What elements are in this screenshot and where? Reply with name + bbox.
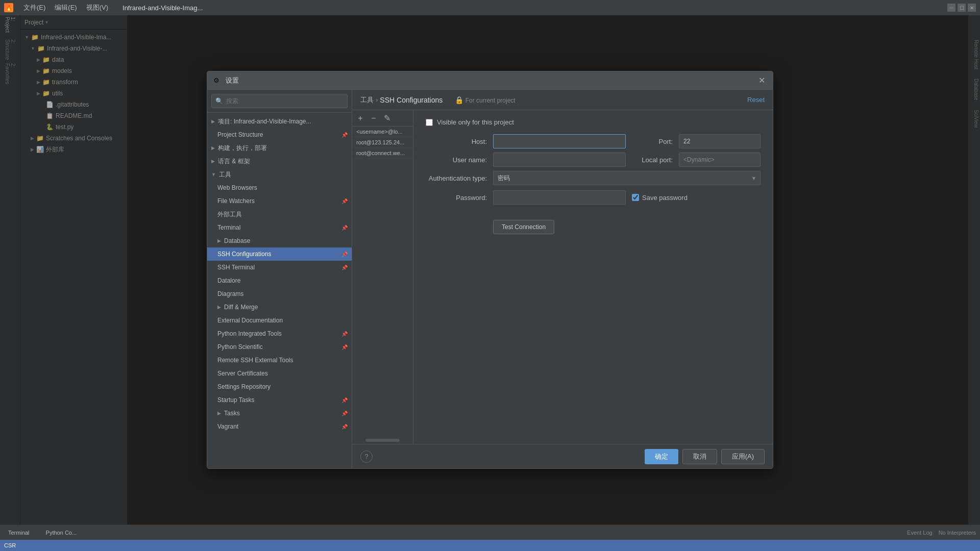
save-password-row: Save password [632,194,688,202]
save-password-label: Save password [642,194,688,202]
breadcrumb: 工具 › SSH Configurations [360,95,443,105]
close-button[interactable]: ✕ [968,4,976,12]
apply-button[interactable]: 应用(A) [721,449,765,464]
dialog-close-button[interactable]: ✕ [756,76,767,86]
stree-item-server-certs[interactable]: Server Certificates [207,367,352,380]
remove-ssh-button[interactable]: − [368,112,380,124]
settings-content: + − ✎ <username>@lo... root@123.125.24..… [352,110,773,444]
save-password-checkbox[interactable] [632,194,639,201]
stree-item-ssh-configurations[interactable]: SSH Configurations 📌 [207,247,352,261]
pin-icon: 📌 [341,397,348,403]
password-input[interactable] [493,190,626,205]
stree-item-tasks[interactable]: ▶ Tasks 📌 [207,407,352,420]
menu-bar: 文件(E) 编辑(E) 视图(V) [19,2,112,13]
visible-only-checkbox[interactable] [426,119,433,126]
stree-item-python-integrated-tools[interactable]: Python Integrated Tools 📌 [207,327,352,340]
stree-arrow: ▶ [217,411,221,416]
status-text: CSR [4,542,16,548]
port-input[interactable] [679,134,761,148]
local-port-display: <Dynamic> [679,153,761,167]
stree-label: Datalore [217,277,240,284]
dialog-overlay: ⚙ 设置 ✕ 🔍 [0,15,980,524]
stree-item-settings-repo[interactable]: Settings Repository [207,380,352,393]
stree-item-vagrant[interactable]: Vagrant 📌 [207,420,352,433]
stree-item-web-browsers[interactable]: Web Browsers [207,181,352,194]
stree-item-datalore[interactable]: Datalore [207,274,352,287]
pin-icon: 📌 [341,252,348,257]
settings-search-area: 🔍 [207,90,352,113]
stree-item-project[interactable]: ▶ 项目: Infrared-and-Visible-Image... [207,115,352,128]
stree-item-diagrams[interactable]: Diagrams [207,287,352,300]
stree-arrow: ▶ [211,145,215,151]
stree-label: 项目: Infrared-and-Visible-Image... [218,117,311,126]
settings-left-panel: 🔍 ▶ 项目: Infrared-and-Visible-Image... [207,90,352,468]
stree-label: 工具 [219,170,231,179]
stree-label: 语言 & 框架 [218,157,250,166]
stree-label: SSH Terminal [217,264,255,271]
stree-item-lang[interactable]: ▶ 语言 & 框架 [207,155,352,168]
minimize-button[interactable]: ─ [947,4,955,12]
dialog-body: 🔍 ▶ 项目: Infrared-and-Visible-Image... [207,90,773,468]
stree-item-python-scientific[interactable]: Python Scientific 📌 [207,340,352,354]
stree-item-build[interactable]: ▶ 构建，执行，部署 [207,141,352,155]
menu-view[interactable]: 视图(V) [82,2,112,13]
host-input[interactable] [493,134,626,148]
dialog-titlebar: ⚙ 设置 ✕ [207,71,773,90]
ide-window: 🔥 文件(E) 编辑(E) 视图(V) Infrared-and-Visible… [0,0,980,551]
ssh-entry-2[interactable]: root@123.125.24... [352,137,413,148]
window-controls: ─ ☐ ✕ [947,4,976,12]
settings-search-input[interactable] [211,94,348,108]
pin-icon: 📌 [341,225,348,231]
test-connection-area: Test Connection [493,212,761,234]
menu-file[interactable]: 文件(E) [19,2,50,13]
stree-item-database[interactable]: ▶ Database [207,234,352,247]
cancel-button[interactable]: 取消 [682,449,717,464]
breadcrumb-current: SSH Configurations [380,96,443,104]
reset-button[interactable]: Reset [747,96,765,104]
ssh-entry-1[interactable]: <username>@lo... [352,127,413,137]
menu-edit[interactable]: 编辑(E) [51,2,81,13]
stree-item-ssh-terminal[interactable]: SSH Terminal 📌 [207,261,352,274]
terminal-tab[interactable]: Terminal [4,525,34,540]
pin-icon: 📌 [341,344,348,350]
help-button[interactable]: ? [360,450,373,463]
python-console-tab[interactable]: Python Co... [42,525,81,540]
port-label: Port: [632,138,673,145]
stree-label: Diff & Merge [224,304,258,311]
stree-label: Startup Tasks [217,396,254,404]
maximize-button[interactable]: ☐ [958,4,966,12]
dialog-title-text: 设置 [226,76,239,85]
stree-item-remote-ssh[interactable]: Remote SSH External Tools [207,354,352,367]
stree-label: Remote SSH External Tools [217,357,293,364]
stree-label: Python Scientific [217,343,263,350]
pin-icon: 📌 [341,331,348,337]
stree-item-file-watchers[interactable]: File Watchers 📌 [207,194,352,208]
ssh-form: Visible only for this project Host: [413,110,773,444]
stree-label: 构建，执行，部署 [218,144,267,153]
pin-icon: 📌 [341,265,348,270]
stree-item-startup-tasks[interactable]: Startup Tasks 📌 [207,393,352,407]
stree-label: Terminal [217,224,240,231]
dialog-footer: ? 确定 取消 应用(A) [352,444,773,468]
stree-item-external-docs[interactable]: External Documentation [207,314,352,327]
no-interpreters[interactable]: No Interpreters [939,530,976,536]
edit-ssh-button[interactable]: ✎ [381,112,393,124]
bottom-right: Event Log No Interpreters [907,530,976,536]
test-connection-button[interactable]: Test Connection [493,220,554,234]
settings-dialog: ⚙ 设置 ✕ 🔍 [207,71,773,469]
stree-item-diff-merge[interactable]: ▶ Diff & Merge [207,300,352,314]
username-input[interactable] [493,153,626,167]
ssh-entry-3[interactable]: root@connect.we... [352,148,413,159]
stree-item-project-structure[interactable]: Project Structure 📌 [207,128,352,141]
event-log[interactable]: Event Log [907,530,933,536]
stree-item-tools[interactable]: ▼ 工具 [207,168,352,181]
local-port-label: Local port: [632,156,673,164]
stree-item-terminal[interactable]: Terminal 📌 [207,221,352,234]
confirm-button[interactable]: 确定 [645,449,678,464]
auth-type-label: Authentication type: [426,174,487,182]
stree-item-external-tools[interactable]: 外部工具 [207,208,352,221]
username-label: User name: [426,156,487,164]
add-ssh-button[interactable]: + [354,112,366,124]
visible-only-row: Visible only for this project [426,118,761,126]
auth-type-select[interactable]: 密码Key pairOpenSSH config and authenticat… [493,171,761,185]
